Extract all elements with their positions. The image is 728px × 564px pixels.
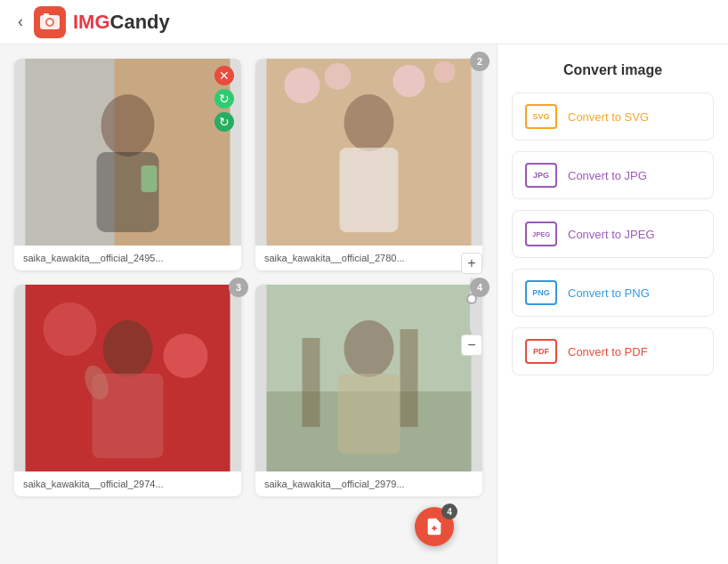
svg-point-11 [285, 68, 320, 103]
convert-to-png-button[interactable]: PNG Convert to PNG [512, 269, 714, 317]
svg-rect-4 [44, 13, 49, 17]
card-3-number: 3 [229, 278, 248, 297]
png-format-icon: PNG [525, 280, 557, 305]
app-header: ‹ IMGCandy [0, 0, 728, 44]
card-1-check-button[interactable]: ↻ [214, 112, 234, 132]
add-files-fab[interactable]: 4 [415, 507, 454, 546]
card-2-label: saika_kawakita__official_2780... [255, 246, 482, 270]
convert-to-jpeg-button[interactable]: JPEG Convert to JPEG [512, 210, 714, 258]
add-files-icon [425, 517, 444, 536]
svg-point-14 [434, 61, 456, 83]
zoom-in-button[interactable]: + [461, 253, 482, 274]
svg-point-7 [101, 94, 155, 157]
zoom-controls: + − [461, 253, 482, 356]
card-1-refresh-button[interactable]: ↻ [214, 89, 234, 109]
right-panel: Convert image SVG Convert to SVG JPG Con… [497, 44, 728, 564]
card-1-image [14, 59, 241, 246]
logo-text: IMGCandy [73, 11, 170, 34]
card-2-image [255, 59, 482, 246]
image-card-4: 4 saika_kawakita__official_2979... [255, 285, 482, 496]
zoom-out-button[interactable]: − [461, 334, 482, 356]
logo-icon [34, 6, 66, 38]
card-1-actions: ✕ ↻ ↻ [214, 66, 234, 132]
convert-to-svg-button[interactable]: SVG Convert to SVG [512, 93, 714, 141]
left-panel: ✕ ↻ ↻ sa [0, 44, 497, 564]
convert-to-jpg-button[interactable]: JPG Convert to JPG [512, 151, 714, 199]
card-1-svg [14, 59, 241, 246]
card-2-svg [255, 59, 482, 246]
svg-point-3 [47, 20, 53, 25]
svg-format-icon: SVG [525, 104, 557, 129]
convert-jpg-label: Convert to JPG [568, 169, 647, 182]
card-1-close-button[interactable]: ✕ [214, 66, 234, 85]
card-3-label: saika_kawakita__official_2974... [14, 471, 241, 496]
svg-rect-28 [338, 374, 400, 454]
convert-to-pdf-button[interactable]: PDF Convert to PDF [512, 327, 714, 375]
image-card-3: 3 saika_kawakita__official_2974... [14, 285, 241, 496]
image-card-1: ✕ ↻ ↻ sa [14, 59, 241, 270]
svg-point-27 [344, 320, 394, 377]
card-4-number: 4 [470, 278, 489, 297]
convert-pdf-label: Convert to PDF [568, 345, 648, 359]
images-grid: ✕ ↻ ↻ sa [14, 59, 482, 496]
svg-rect-9 [142, 165, 158, 192]
card-3-svg [14, 285, 241, 471]
card-2-number: 2 [470, 52, 489, 71]
convert-svg-label: Convert to SVG [568, 110, 649, 124]
svg-rect-26 [400, 329, 418, 427]
jpeg-format-icon: JPEG [525, 222, 557, 246]
card-4-label: saika_kawakita__official_2979... [255, 471, 482, 496]
svg-point-20 [103, 320, 153, 377]
jpg-format-icon: JPG [525, 163, 557, 188]
back-button[interactable]: ‹ [14, 12, 27, 31]
svg-point-19 [164, 334, 208, 378]
svg-point-13 [393, 65, 425, 97]
svg-rect-25 [303, 338, 320, 427]
card-4-svg [255, 285, 482, 471]
fab-badge: 4 [441, 504, 457, 520]
svg-rect-16 [340, 148, 399, 232]
svg-point-18 [44, 302, 97, 356]
image-card-2: 2 saika_kawakita__official_2780... [255, 59, 482, 270]
card-1-label: saika_kawakita__official_2495... [14, 246, 241, 270]
pdf-format-icon: PDF [525, 339, 557, 364]
svg-point-15 [344, 94, 394, 151]
convert-jpeg-label: Convert to JPEG [568, 228, 655, 241]
convert-png-label: Convert to PNG [568, 286, 650, 300]
right-panel-title: Convert image [512, 62, 714, 78]
card-4-image [255, 285, 482, 471]
main-content: ✕ ↻ ↻ sa [0, 44, 728, 564]
card-3-image [14, 285, 241, 471]
svg-point-12 [325, 63, 352, 90]
